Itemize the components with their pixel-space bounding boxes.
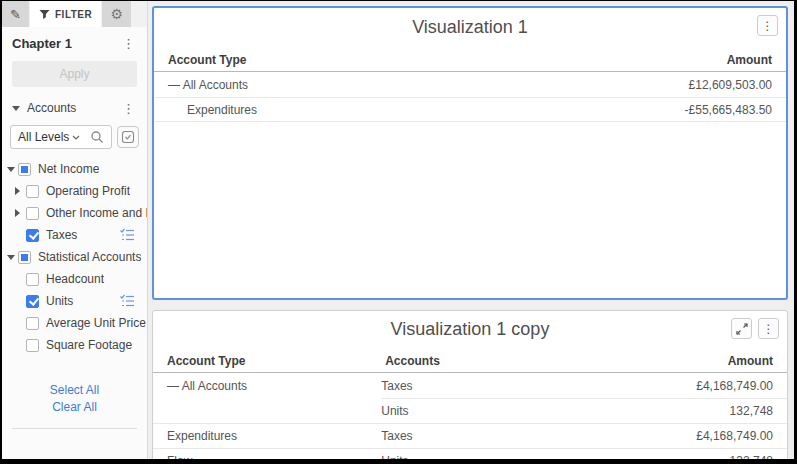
account-type-cell: Expenditures [153, 424, 381, 448]
table-header: Account Type Amount [154, 48, 786, 72]
apply-button[interactable]: Apply [12, 61, 137, 87]
account-type-cell[interactable]: — All Accounts [153, 373, 381, 398]
checkbox-unchecked[interactable] [26, 317, 39, 330]
expand-arrow-icon[interactable] [7, 167, 15, 172]
checkbox-checked[interactable] [26, 229, 39, 242]
checkbox-indeterminate[interactable] [18, 163, 31, 176]
tree-links: Select All Clear All [2, 380, 147, 417]
account-type-cell: Flow [153, 449, 381, 459]
level-select-value: All Levels [18, 130, 69, 144]
visualization-1-copy-card[interactable]: ⋮ Visualization 1 copy Account Type Acco… [152, 310, 788, 459]
column-header-account-type: Account Type [168, 53, 552, 67]
visualization-1-card[interactable]: ⋮ Visualization 1 Account Type Amount — … [152, 6, 788, 300]
tree-item-square-footage[interactable]: Square Footage [2, 334, 147, 356]
card-menu-button[interactable]: ⋮ [758, 318, 779, 339]
chevron-down-icon [72, 135, 80, 140]
show-selected-toggle[interactable] [117, 126, 139, 148]
amount-cell: £4,168,749.00 [616, 424, 787, 448]
section-collapse-icon[interactable] [12, 106, 20, 111]
accounts-cell: Taxes [381, 424, 616, 448]
tree-item-units[interactable]: Units [2, 290, 147, 312]
tree-item-statistical-accounts[interactable]: Statistical Accounts [2, 246, 147, 268]
checkbox-unchecked[interactable] [26, 185, 39, 198]
accounts-kebab-icon[interactable]: ⋮ [120, 102, 137, 115]
tab-filter-label: FILTER [55, 9, 92, 20]
tree-item-operating-profit[interactable]: Operating Profit [2, 180, 147, 202]
tree-item-other-income[interactable]: Other Income and Exp... [2, 202, 147, 224]
expand-icon [736, 323, 748, 335]
sidebar-tab-bar: ✎ FILTER ⚙ [2, 1, 147, 27]
expand-arrow-icon[interactable] [7, 255, 15, 260]
table-row: — All Accounts Taxes £4,168,749.00 [153, 373, 787, 398]
visualization-title: Visualization 1 [154, 8, 786, 48]
checklist-icon[interactable] [119, 293, 135, 309]
tab-settings[interactable]: ⚙ [102, 1, 131, 27]
amount-cell: £12,609,503.00 [566, 72, 786, 97]
accounts-section-header[interactable]: Accounts ⋮ [2, 87, 147, 117]
level-filter-row: All Levels [10, 125, 139, 149]
select-all-link[interactable]: Select All [2, 383, 147, 397]
dashboard-canvas: ⋮ Visualization 1 Account Type Amount — … [148, 1, 794, 459]
card-menu-button[interactable]: ⋮ [757, 15, 778, 36]
column-header-accounts: Accounts [385, 354, 609, 368]
account-type-cell [153, 398, 381, 423]
tree-item-net-income[interactable]: Net Income [2, 158, 147, 180]
column-header-amount: Amount [609, 354, 773, 368]
tree-item-average-unit-price[interactable]: Average Unit Price [2, 312, 147, 334]
table-header: Account Type Accounts Amount [153, 349, 787, 373]
expand-arrow-icon[interactable] [15, 209, 20, 217]
table-row: — All Accounts £12,609,503.00 [154, 72, 786, 97]
table-row: Expenditures -£55,665,483.50 [154, 97, 786, 122]
chapter-title: Chapter 1 [12, 36, 72, 51]
amount-cell: £4,168,749.00 [616, 373, 787, 398]
checkbox-unchecked[interactable] [26, 339, 39, 352]
checkbox-unchecked[interactable] [26, 207, 39, 220]
funnel-icon [39, 9, 50, 20]
column-header-account-type: Account Type [167, 354, 385, 368]
kebab-icon: ⋮ [763, 322, 775, 336]
tree-item-headcount[interactable]: Headcount [2, 268, 147, 290]
amount-cell: 132,748 [616, 398, 787, 423]
tree-item-taxes[interactable]: Taxes [2, 224, 147, 246]
accounts-tree: Net Income Operating Profit Other Income… [2, 158, 147, 356]
tab-edit[interactable]: ✎ [2, 1, 29, 27]
sidebar-divider [12, 428, 137, 429]
pencil-icon: ✎ [10, 7, 21, 22]
search-icon[interactable] [90, 130, 104, 144]
column-header-amount: Amount [552, 53, 772, 67]
level-select[interactable]: All Levels [10, 125, 112, 149]
amount-cell: -£55,665,483.50 [566, 98, 786, 121]
chapter-kebab-icon[interactable]: ⋮ [120, 37, 137, 50]
table-row: Flow Units 132,748 [153, 448, 787, 459]
app-window: ✎ FILTER ⚙ Chapter 1 ⋮ Apply Accounts ⋮ [0, 0, 797, 464]
filter-sidebar: ✎ FILTER ⚙ Chapter 1 ⋮ Apply Accounts ⋮ [2, 1, 148, 459]
checkbox-checked[interactable] [26, 295, 39, 308]
expand-arrow-icon[interactable] [15, 187, 20, 195]
accounts-cell: Units [381, 398, 616, 423]
accounts-section-label: Accounts [27, 101, 120, 115]
kebab-icon: ⋮ [762, 19, 774, 33]
checklist-icon[interactable] [119, 227, 135, 243]
accounts-cell: Units [381, 449, 616, 459]
expand-button[interactable] [731, 318, 752, 339]
gear-icon: ⚙ [110, 6, 123, 22]
visualization-title: Visualization 1 copy [153, 311, 787, 349]
account-type-cell: Expenditures [154, 98, 566, 121]
accounts-cell: Taxes [381, 373, 616, 398]
tab-filter[interactable]: FILTER [30, 1, 101, 27]
clear-all-link[interactable]: Clear All [2, 400, 147, 414]
table-row: Units 132,748 [153, 398, 787, 423]
checkbox-check-icon [121, 130, 135, 144]
chapter-header: Chapter 1 ⋮ [2, 27, 147, 55]
amount-cell: 132,748 [616, 449, 787, 459]
account-type-cell[interactable]: — All Accounts [154, 72, 566, 97]
checkbox-indeterminate[interactable] [18, 251, 31, 264]
table-row: Expenditures Taxes £4,168,749.00 [153, 423, 787, 448]
checkbox-unchecked[interactable] [26, 273, 39, 286]
